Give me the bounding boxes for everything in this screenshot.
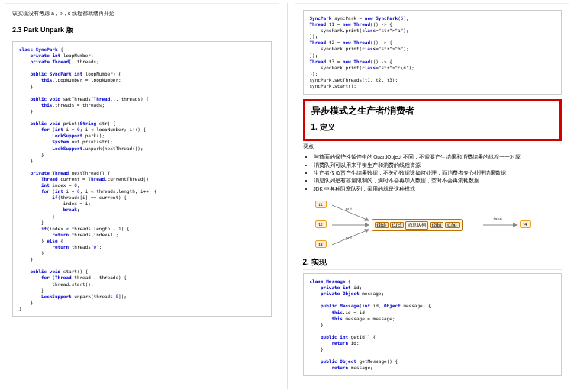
code-syncpark-class: class SyncPark { private int loopNumber;… <box>12 41 272 317</box>
code-syncpark-usage: SyncPark syncPark = new SyncPark(5); Thr… <box>303 10 563 95</box>
code-message-class: class Message { private int id; private … <box>303 273 563 376</box>
section-implementation: 2. 实现 <box>303 257 563 270</box>
keypoint-label: 要点 <box>303 143 563 150</box>
page-separator <box>287 3 288 389</box>
take-label: take <box>494 217 502 221</box>
heading-park-unpark: 2.3 Park Unpark 版 <box>12 25 272 35</box>
pattern-title: 异步模式之生产者/消费者 <box>311 104 554 117</box>
keypoint-item: 与前面的保护性暂停中的 GuardObject 不同，不需要产生结果和消费结果的… <box>314 153 563 161</box>
keypoint-item: 消息队列是有容量限制的，满时不会再加入数据，空时不会再消耗数据 <box>314 177 563 185</box>
keypoint-list: 与前面的保护性暂停中的 GuardObject 不同，不需要产生结果和消费结果的… <box>314 153 563 193</box>
page-left: 该实现没有考虑 a，b，c 线程都就绪再开始 2.3 Park Unpark 版… <box>5 3 279 389</box>
producer-consumer-diagram: t1 t2 t3 put put t3(d) t1(c) 消息队列 t2(b) … <box>303 198 563 252</box>
put-label-2: put <box>346 236 352 240</box>
highlight-box: 异步模式之生产者/消费者 1. 定义 <box>303 99 563 141</box>
section-definition: 1. 定义 <box>311 122 554 134</box>
producer-t3: t3 <box>315 240 327 248</box>
producer-t1: t1 <box>315 201 327 208</box>
queue-label: 消息队列 <box>405 221 428 230</box>
keypoint-item: 消费队列可以用来平衡生产和消费的线程资源 <box>314 162 563 169</box>
queue-item: t1(a) <box>445 222 459 228</box>
message-queue: t3(d) t1(c) 消息队列 t2(b) t1(a) <box>372 219 463 231</box>
keypoint-item: JDK 中各种阻塞队列，采用的就是这种模式 <box>314 185 563 193</box>
intro-note: 该实现没有考虑 a，b，c 线程都就绪再开始 <box>12 10 272 18</box>
page-right: SyncPark syncPark = new SyncPark(5); Thr… <box>295 3 570 389</box>
page-wrap: 该实现没有考虑 a，b，c 线程都就绪再开始 2.3 Park Unpark 版… <box>0 0 574 389</box>
queue-item: t2(b) <box>430 222 443 228</box>
consumer-t4: t4 <box>520 220 531 228</box>
producer-t2: t2 <box>315 220 327 228</box>
put-label-1: put <box>346 207 352 211</box>
queue-item: t1(c) <box>390 222 404 228</box>
queue-item: t3(d) <box>375 222 389 228</box>
keypoint-item: 生产者仅负责产生结果数据，不关心数据该如何处理，而消费者专心处理结果数据 <box>314 169 563 177</box>
